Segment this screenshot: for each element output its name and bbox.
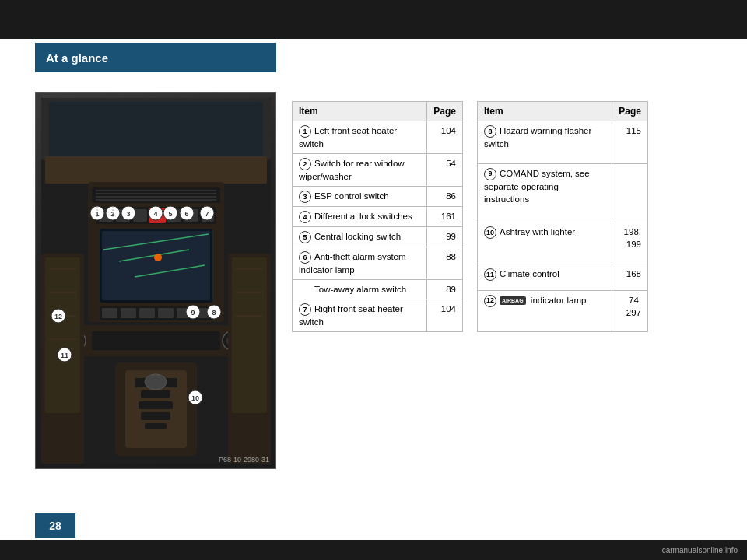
- item-text: Hazard warning flasher switch: [484, 126, 591, 149]
- page-number: 28: [49, 520, 61, 532]
- table-row: 11Climate control168: [478, 264, 648, 290]
- item-number: 8: [484, 125, 496, 138]
- svg-rect-43: [141, 412, 170, 420]
- item-number: 7: [299, 303, 311, 316]
- item-number: 3: [299, 191, 311, 203]
- table-row: 8Hazard warning flasher switch115: [478, 121, 648, 164]
- item-number: 10: [484, 226, 496, 239]
- table-row: Tow-away alarm switch89: [293, 280, 463, 299]
- svg-rect-42: [139, 401, 173, 409]
- svg-text:3: 3: [126, 210, 130, 218]
- item-text: Tow-away alarm switch: [314, 285, 406, 294]
- page-number-badge: 28: [35, 513, 75, 538]
- item-text: Right front seat heater switch: [299, 304, 403, 327]
- airbag-badge: AIRBAG: [500, 296, 526, 305]
- table-row: 4Differential lock switches161: [293, 207, 463, 227]
- table-row: 9COMAND system, see separate operating i…: [478, 163, 648, 222]
- item-number: 2: [299, 158, 311, 170]
- table-row: 5Central locking switch99: [293, 227, 463, 247]
- svg-rect-41: [141, 390, 170, 398]
- svg-text:10: 10: [191, 394, 198, 402]
- svg-rect-29: [158, 308, 174, 318]
- item-text: Ashtray with lighter: [500, 227, 575, 236]
- item-number: 5: [299, 231, 311, 243]
- item-number: 4: [299, 211, 311, 223]
- car-image-inner: 1 2 3 4 5 6: [36, 93, 275, 468]
- table-item-cell: 12AIRBAG indicator lamp: [478, 290, 612, 332]
- bottom-bar: carmanualsonline.info: [0, 540, 747, 560]
- svg-rect-35: [92, 331, 220, 350]
- left-table-item-header: Item: [293, 102, 427, 121]
- image-caption: P68-10-2980-31: [219, 456, 269, 464]
- item-text: COMAND system, see separate operating in…: [484, 169, 590, 204]
- svg-rect-44: [145, 423, 167, 429]
- item-number: 6: [299, 251, 311, 264]
- table-item-cell: 10Ashtray with lighter: [478, 222, 612, 264]
- item-text: indicator lamp: [528, 296, 587, 305]
- top-bar: [0, 0, 747, 39]
- table-item-cell: 2Switch for rear window wiper/washer: [293, 154, 427, 187]
- svg-point-45: [145, 374, 167, 390]
- item-text: Central locking switch: [314, 232, 401, 241]
- svg-rect-28: [139, 308, 155, 318]
- table-item-cell: Tow-away alarm switch: [293, 280, 427, 299]
- table-page-cell: 168: [612, 264, 648, 290]
- tables-container: Item Page 1Left front seat heater switch…: [292, 101, 648, 332]
- svg-rect-3: [45, 156, 267, 184]
- svg-rect-47: [45, 257, 80, 413]
- table-item-cell: 5Central locking switch: [293, 227, 427, 247]
- table-page-cell: 104: [427, 121, 463, 154]
- table-item-cell: 8Hazard warning flasher switch: [478, 121, 612, 164]
- table-page-cell: [612, 163, 648, 222]
- item-number: 1: [299, 125, 311, 138]
- table-page-cell: 104: [427, 299, 463, 332]
- table-item-cell: 11Climate control: [478, 264, 612, 290]
- item-text: Differential lock switches: [314, 212, 412, 221]
- item-number: 12: [484, 295, 496, 307]
- item-number: 9: [484, 168, 496, 180]
- svg-rect-26: [102, 308, 117, 318]
- svg-text:9: 9: [191, 309, 195, 317]
- svg-text:6: 6: [184, 210, 188, 218]
- svg-rect-5: [92, 187, 220, 203]
- table-item-cell: 4Differential lock switches: [293, 207, 427, 227]
- right-table: Item Page 8Hazard warning flasher switch…: [477, 101, 648, 332]
- table-item-cell: 3ESP control switch: [293, 187, 427, 207]
- table-page-cell: 115: [612, 121, 648, 164]
- svg-text:11: 11: [60, 352, 68, 359]
- table-row: 2Switch for rear window wiper/washer54: [293, 154, 463, 187]
- table-row: 6Anti-theft alarm system indicator lamp8…: [293, 247, 463, 280]
- table-row: 7Right front seat heater switch104: [293, 299, 463, 332]
- car-image-area: 1 2 3 4 5 6: [35, 92, 276, 469]
- svg-text:7: 7: [205, 210, 209, 218]
- svg-text:5: 5: [168, 210, 172, 218]
- left-table-page-header: Page: [427, 102, 463, 121]
- right-table-page-header: Page: [612, 102, 648, 121]
- svg-rect-53: [232, 257, 267, 413]
- table-row: 12AIRBAG indicator lamp74, 297: [478, 290, 648, 332]
- svg-point-24: [154, 254, 162, 261]
- svg-text:8: 8: [212, 309, 216, 317]
- item-text: Switch for rear window wiper/washer: [299, 159, 405, 181]
- table-row: 3ESP control switch86: [293, 187, 463, 207]
- right-table-item-header: Item: [478, 102, 612, 121]
- left-table: Item Page 1Left front seat heater switch…: [292, 101, 463, 332]
- svg-text:4: 4: [153, 210, 157, 218]
- table-item-cell: 1Left front seat heater switch: [293, 121, 427, 154]
- item-text: Left front seat heater switch: [299, 126, 397, 149]
- table-item-cell: 6Anti-theft alarm system indicator lamp: [293, 247, 427, 280]
- table-row: 1Left front seat heater switch104: [293, 121, 463, 154]
- header-bar: At a glance: [35, 43, 276, 72]
- table-item-cell: 7Right front seat heater switch: [293, 299, 427, 332]
- item-number: 11: [484, 268, 496, 281]
- svg-rect-27: [121, 308, 136, 318]
- table-row: 10Ashtray with lighter198, 199: [478, 222, 648, 264]
- table-page-cell: 86: [427, 187, 463, 207]
- table-page-cell: 161: [427, 207, 463, 227]
- table-page-cell: 74, 297: [612, 290, 648, 332]
- item-text: ESP control switch: [314, 191, 389, 201]
- table-page-cell: 54: [427, 154, 463, 187]
- table-page-cell: 198, 199: [612, 222, 648, 264]
- page: At a glance: [0, 0, 747, 560]
- header-title: At a glance: [46, 51, 108, 65]
